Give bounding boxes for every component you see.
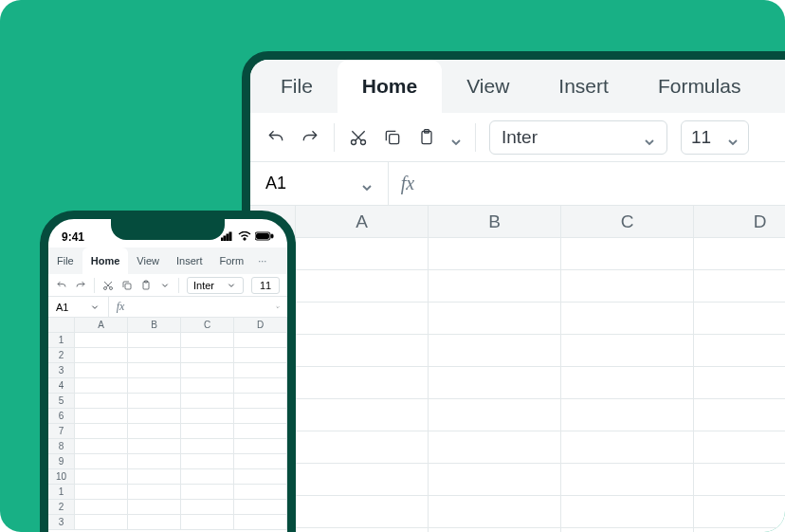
cell[interactable] — [234, 333, 287, 348]
cut-icon[interactable] — [102, 280, 114, 291]
cell[interactable] — [296, 528, 429, 532]
tab-file[interactable]: File — [48, 248, 82, 274]
row-header[interactable]: 6 — [48, 409, 75, 424]
cell[interactable] — [296, 238, 429, 270]
cell[interactable] — [561, 303, 694, 335]
tab-formulas[interactable]: Formulas — [633, 60, 766, 113]
cell[interactable] — [296, 270, 429, 303]
cell[interactable] — [128, 500, 181, 515]
cell[interactable] — [128, 333, 181, 348]
cell[interactable] — [694, 528, 785, 532]
cell[interactable] — [234, 515, 287, 530]
cell[interactable] — [234, 439, 287, 454]
row-header[interactable]: 5 — [48, 394, 75, 409]
cell[interactable] — [128, 469, 181, 485]
cell[interactable] — [128, 424, 181, 439]
cell[interactable] — [561, 528, 694, 532]
tab-view[interactable]: View — [128, 248, 168, 274]
cell[interactable] — [234, 469, 287, 485]
tab-file[interactable]: File — [256, 60, 338, 113]
more-tabs-button[interactable]: ··· — [252, 255, 272, 266]
row-header[interactable]: 8 — [48, 439, 75, 454]
font-family-select[interactable]: Inter — [489, 120, 667, 155]
cell[interactable] — [181, 348, 234, 363]
cell[interactable] — [429, 367, 561, 399]
cell[interactable] — [181, 363, 234, 378]
cell[interactable] — [694, 496, 785, 528]
cell[interactable] — [181, 485, 234, 500]
cell[interactable] — [296, 367, 429, 399]
cell[interactable] — [181, 378, 234, 394]
cell[interactable] — [181, 454, 234, 469]
cell[interactable] — [296, 431, 429, 464]
cell[interactable] — [296, 496, 429, 528]
cell[interactable] — [234, 378, 287, 394]
cell[interactable] — [128, 439, 181, 454]
cell[interactable] — [694, 431, 785, 464]
cell[interactable] — [128, 348, 181, 363]
cell[interactable] — [234, 394, 287, 409]
column-header[interactable]: A — [296, 206, 429, 238]
cell[interactable] — [181, 333, 234, 348]
cell[interactable] — [694, 399, 785, 431]
cell[interactable] — [429, 238, 561, 270]
cell-reference-select[interactable]: A1 — [250, 162, 389, 206]
font-size-select[interactable]: 11 — [251, 277, 280, 294]
font-family-select[interactable]: Inter — [187, 277, 244, 294]
cell[interactable] — [128, 454, 181, 469]
chevron-down-icon[interactable] — [276, 302, 287, 313]
column-header[interactable]: B — [429, 206, 561, 238]
cell[interactable] — [694, 335, 785, 367]
cell[interactable] — [181, 424, 234, 439]
tab-home[interactable]: Home — [338, 60, 442, 113]
cell[interactable] — [234, 454, 287, 469]
cell[interactable] — [694, 303, 785, 335]
cell[interactable] — [234, 424, 287, 439]
cell[interactable] — [75, 378, 128, 394]
chevron-down-icon[interactable] — [159, 280, 171, 291]
tab-view[interactable]: View — [442, 60, 534, 113]
cell[interactable] — [181, 394, 234, 409]
cell[interactable] — [75, 424, 128, 439]
row-header[interactable]: 3 — [48, 515, 75, 530]
cell[interactable] — [296, 464, 429, 496]
cell[interactable] — [561, 464, 694, 496]
cell[interactable] — [429, 303, 561, 335]
cell[interactable] — [128, 515, 181, 530]
cell[interactable] — [75, 500, 128, 515]
cell[interactable] — [75, 485, 128, 500]
cell[interactable] — [694, 270, 785, 303]
cell[interactable] — [561, 270, 694, 303]
cell[interactable] — [128, 378, 181, 394]
redo-icon[interactable] — [300, 127, 320, 148]
row-header[interactable]: 2 — [48, 348, 75, 363]
tab-insert[interactable]: Insert — [168, 248, 211, 274]
paste-dropdown-icon[interactable] — [450, 132, 462, 143]
paste-icon[interactable] — [416, 127, 437, 148]
tab-home[interactable]: Home — [82, 248, 129, 274]
cell[interactable] — [694, 367, 785, 399]
cell[interactable] — [429, 335, 561, 367]
tab-insert[interactable]: Insert — [534, 60, 633, 113]
select-all-corner[interactable] — [48, 318, 75, 333]
cell[interactable] — [694, 464, 785, 496]
row-header[interactable]: 3 — [48, 363, 75, 378]
tab-formulas-truncated[interactable]: Form — [210, 248, 252, 274]
row-header[interactable]: 1 — [48, 485, 75, 500]
row-header[interactable]: 7 — [48, 424, 75, 439]
copy-icon[interactable] — [382, 127, 403, 148]
column-header[interactable]: C — [561, 206, 694, 238]
cell[interactable] — [694, 238, 785, 270]
copy-icon[interactable] — [121, 280, 133, 291]
cut-icon[interactable] — [348, 127, 369, 148]
cell[interactable] — [75, 363, 128, 378]
cell[interactable] — [181, 500, 234, 515]
cell[interactable] — [234, 348, 287, 363]
cell[interactable] — [75, 439, 128, 454]
cell[interactable] — [128, 409, 181, 424]
row-header[interactable]: 10 — [48, 469, 75, 485]
cell[interactable] — [296, 303, 429, 335]
cell[interactable] — [75, 333, 128, 348]
redo-icon[interactable] — [75, 280, 86, 291]
undo-icon[interactable] — [265, 127, 286, 148]
